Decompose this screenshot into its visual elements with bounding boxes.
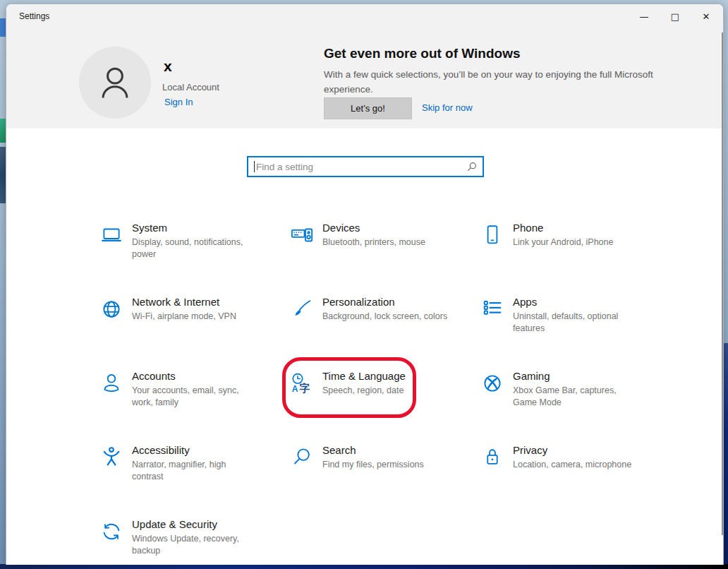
category-title: Devices [322, 222, 425, 234]
personalization-icon [290, 297, 314, 321]
category-tile-gaming[interactable]: GamingXbox Game Bar, captures, Game Mode [480, 370, 671, 444]
category-description: Link your Android, iPhone [513, 236, 613, 248]
search-icon[interactable] [467, 162, 477, 172]
person-icon [90, 57, 140, 108]
category-description: Your accounts, email, sync, work, family [132, 385, 259, 408]
devices-icon [290, 223, 314, 247]
network-icon [99, 297, 123, 321]
window-title: Settings [19, 11, 49, 21]
scrollbar[interactable] [722, 32, 723, 535]
maximize-button[interactable]: □ [660, 7, 691, 25]
sign-in-link[interactable]: Sign In [164, 97, 193, 107]
category-title: Gaming [513, 370, 640, 382]
promo-description: With a few quick selections, you’ll be o… [324, 68, 680, 97]
category-title: Accounts [132, 370, 259, 382]
taskbar-strip [0, 564, 728, 569]
category-description: Uninstall, defaults, optional features [513, 311, 640, 334]
accounts-icon [99, 371, 123, 395]
time-language-icon: A字 [290, 371, 314, 395]
privacy-icon [480, 445, 504, 469]
category-title: System [132, 222, 259, 234]
category-tile-search[interactable]: SearchFind my files, permissions [290, 444, 480, 518]
promo-title: Get even more out of Windows [324, 46, 521, 61]
settings-grid: SystemDisplay, sound, notifications, pow… [99, 222, 678, 565]
category-description: Location, camera, microphone [513, 459, 631, 471]
search-box[interactable] [247, 156, 484, 177]
desktop-icon-blob-green [0, 119, 6, 143]
gaming-icon [480, 371, 504, 395]
category-tile-accessibility[interactable]: AccessibilityNarrator, magnifier, high c… [99, 444, 290, 518]
category-title: Phone [513, 222, 613, 234]
category-title: Search [322, 444, 424, 456]
category-title: Time & Language [322, 370, 406, 382]
category-description: Background, lock screen, colors [322, 311, 447, 323]
desktop-icon-blob-blue [0, 18, 6, 37]
category-tile-privacy[interactable]: PrivacyLocation, camera, microphone [480, 444, 671, 518]
svg-text:字: 字 [299, 382, 310, 394]
category-description: Narrator, magnifier, high contrast [132, 459, 259, 482]
category-description: Xbox Game Bar, captures, Game Mode [513, 385, 640, 408]
close-button[interactable]: ✕ [691, 7, 722, 25]
category-tile-system[interactable]: SystemDisplay, sound, notifications, pow… [99, 222, 290, 296]
apps-icon [480, 297, 504, 321]
category-title: Privacy [513, 444, 631, 456]
category-description: Windows Update, recovery, backup [132, 533, 259, 556]
category-title: Network & Internet [132, 296, 236, 308]
category-title: Apps [513, 296, 640, 308]
category-title: Personalization [322, 296, 447, 308]
phone-icon [480, 223, 504, 247]
category-tile-time-language[interactable]: A字Time & LanguageSpeech, region, date [290, 370, 480, 444]
category-tile-network-internet[interactable]: Network & InternetWi-Fi, airplane mode, … [99, 296, 290, 370]
category-description: Display, sound, notifications, power [132, 236, 259, 260]
category-tile-devices[interactable]: DevicesBluetooth, printers, mouse [290, 222, 480, 296]
user-name: x [164, 58, 172, 75]
window-controls: — □ ✕ [629, 7, 722, 25]
skip-for-now-link[interactable]: Skip for now [422, 102, 473, 113]
category-tile-phone[interactable]: PhoneLink your Android, iPhone [480, 222, 671, 296]
avatar [79, 47, 151, 119]
search-input[interactable] [256, 162, 464, 172]
svg-text:A: A [292, 384, 298, 394]
category-tile-personalization[interactable]: PersonalizationBackground, lock screen, … [290, 296, 480, 370]
desktop-icon-blob-dark [0, 147, 6, 203]
category-title: Update & Security [132, 518, 259, 530]
accessibility-icon [99, 445, 123, 469]
category-description: Speech, region, date [322, 385, 406, 397]
minimize-button[interactable]: — [629, 7, 660, 25]
category-tile-apps[interactable]: AppsUninstall, defaults, optional featur… [480, 296, 671, 370]
search-icon [290, 445, 314, 469]
category-description: Find my files, permissions [322, 459, 424, 471]
category-title: Accessibility [132, 444, 259, 456]
category-tile-accounts[interactable]: AccountsYour accounts, email, sync, work… [99, 370, 290, 444]
lets-go-button[interactable]: Let’s go! [324, 97, 412, 119]
system-icon [99, 223, 123, 247]
text-caret [254, 161, 255, 172]
desktop-edge-right [724, 343, 728, 565]
category-tile-update-security[interactable]: Update & SecurityWindows Update, recover… [99, 518, 290, 565]
category-description: Bluetooth, printers, mouse [322, 236, 425, 248]
update-security-icon [99, 520, 123, 544]
account-type-label: Local Account [162, 82, 219, 92]
category-description: Wi-Fi, airplane mode, VPN [132, 311, 236, 323]
settings-window: Settings — □ ✕ x Local Account Sign In G… [6, 4, 724, 565]
